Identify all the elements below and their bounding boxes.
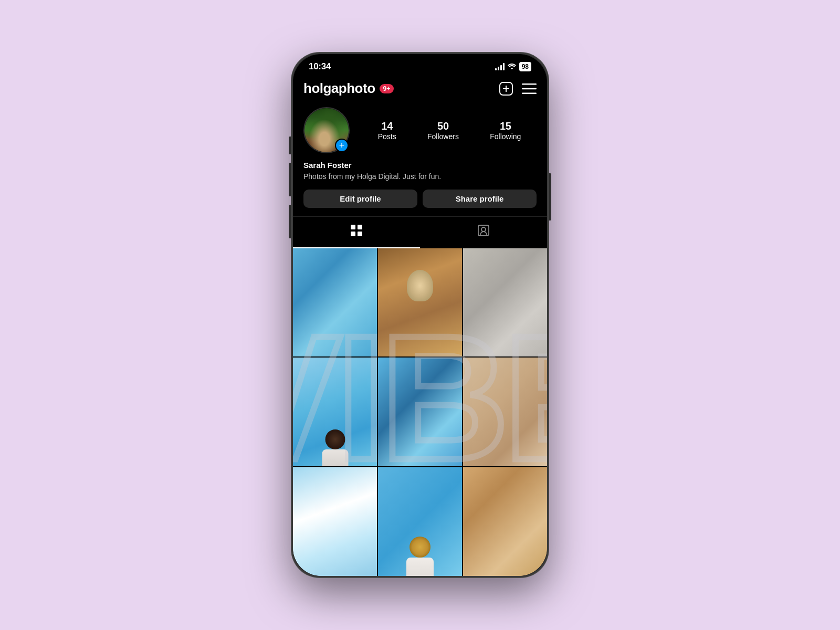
page-background: 10:34: [0, 0, 840, 630]
status-bar: 10:34: [293, 54, 547, 76]
dynamic-island: [388, 54, 452, 72]
app-title-area: holgaphoto 9+: [303, 80, 394, 97]
battery-level: 98: [522, 63, 529, 70]
grid-cell-7[interactable]: [293, 467, 377, 576]
battery-icon: 98: [519, 62, 531, 71]
wifi-icon: [508, 62, 516, 71]
posts-count: 14: [381, 120, 393, 132]
grid-tab[interactable]: [293, 217, 420, 248]
grid-cell-8[interactable]: [378, 467, 462, 576]
following-stat[interactable]: 15 Following: [490, 120, 521, 141]
svg-rect-4: [522, 88, 537, 89]
grid-cell-2[interactable]: [378, 248, 462, 357]
avatar-container: +: [303, 107, 350, 153]
menu-button[interactable]: [522, 83, 537, 94]
followers-label: Followers: [427, 132, 459, 141]
profile-section: + 14 Posts 50 Followers: [293, 103, 547, 216]
photo-grid-wrapper: VIBE: [293, 248, 547, 576]
profile-stats: 14 Posts 50 Followers 15 Following: [362, 120, 537, 141]
grid-cell-4[interactable]: [293, 358, 377, 466]
svg-rect-6: [351, 225, 355, 229]
add-to-story-button[interactable]: +: [335, 139, 349, 152]
profile-top: + 14 Posts 50 Followers: [303, 107, 537, 153]
grid-cell-5[interactable]: [378, 358, 462, 466]
following-label: Following: [490, 132, 521, 141]
svg-point-11: [481, 227, 486, 232]
volume-up-button: [289, 163, 291, 196]
phone-frame: 10:34: [291, 52, 549, 578]
profile-name: Sarah Foster: [303, 161, 537, 170]
action-buttons: Edit profile Share profile: [303, 190, 537, 208]
svg-rect-3: [522, 83, 537, 85]
grid-icon: [350, 224, 363, 240]
phone-device: 10:34: [291, 52, 549, 578]
following-count: 15: [500, 120, 511, 132]
tagged-tab[interactable]: [420, 217, 547, 248]
posts-label: Posts: [378, 132, 396, 141]
grid-cell-1[interactable]: [293, 248, 377, 357]
share-profile-button[interactable]: Share profile: [423, 190, 537, 208]
grid-cell-3[interactable]: [463, 248, 547, 357]
volume-down-button: [289, 205, 291, 238]
followers-count: 50: [437, 120, 449, 132]
notification-badge[interactable]: 9+: [380, 84, 394, 93]
status-icons: 98: [495, 62, 531, 71]
svg-rect-5: [522, 92, 537, 94]
profile-bio: Photos from my Holga Digital. Just for f…: [303, 172, 537, 182]
svg-rect-7: [358, 225, 362, 229]
header-actions: [499, 81, 537, 96]
signal-icon: [495, 63, 505, 70]
photo-grid: [293, 248, 547, 576]
power-button: [549, 173, 551, 220]
grid-cell-9[interactable]: [463, 467, 547, 576]
edit-profile-button[interactable]: Edit profile: [303, 190, 417, 208]
svg-rect-10: [478, 225, 489, 236]
status-time: 10:34: [309, 61, 331, 72]
tagged-icon: [477, 224, 490, 240]
app-header: holgaphoto 9+: [293, 76, 547, 103]
content-tabs: [293, 216, 547, 248]
posts-stat[interactable]: 14 Posts: [378, 120, 396, 141]
followers-stat[interactable]: 50 Followers: [427, 120, 459, 141]
svg-rect-9: [358, 232, 362, 236]
volume-mute-button: [289, 136, 291, 154]
app-title: holgaphoto: [303, 80, 375, 97]
phone-screen: 10:34: [293, 54, 547, 576]
grid-cell-6[interactable]: [463, 358, 547, 466]
add-post-button[interactable]: [499, 81, 513, 96]
svg-rect-8: [351, 232, 355, 236]
